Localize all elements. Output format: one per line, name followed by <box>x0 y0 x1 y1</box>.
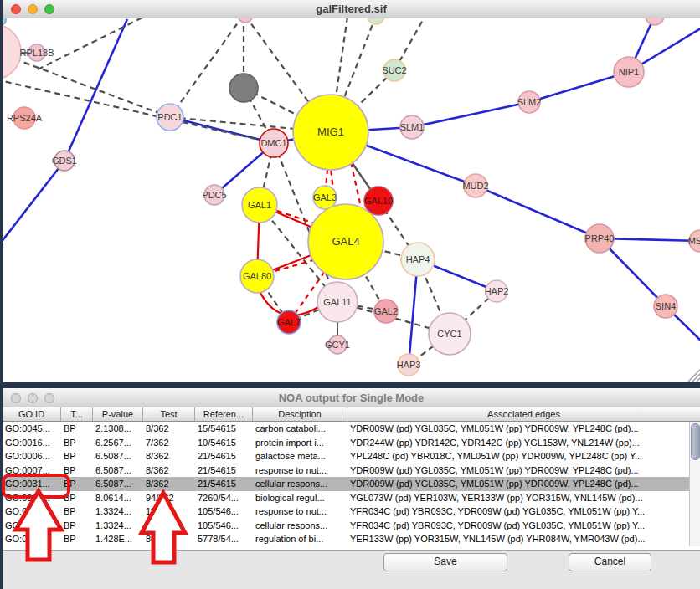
node-label-GAL11: GAL11 <box>323 297 351 307</box>
window-title: galFiltered.sif <box>3 3 700 15</box>
network-edge[interactable] <box>3 161 64 243</box>
cell-test: 8/362 <box>143 449 195 464</box>
table-row[interactable]: GO:0065...BP8.0614...94/3627260/54...bio… <box>3 491 689 505</box>
network-edge[interactable] <box>170 18 243 117</box>
network-edge[interactable] <box>476 186 600 238</box>
network-edge[interactable] <box>697 377 700 382</box>
cell-description: protein import i... <box>253 436 347 450</box>
network-node-tiny-topleft[interactable] <box>3 18 6 25</box>
node-label-SIN4: SIN4 <box>656 301 676 311</box>
vertical-scrollbar[interactable] <box>689 422 700 546</box>
cancel-button[interactable]: Cancel <box>569 553 651 571</box>
cell-test: 7/362 <box>143 436 195 450</box>
node-label-GAL2: GAL2 <box>374 306 398 316</box>
network-edge[interactable] <box>170 117 274 143</box>
table-row[interactable]: GO:0045...BP2.1308...8/36215/54615carbon… <box>3 422 689 436</box>
network-canvas[interactable]: RPL18BRPS24AGDS1PDC1DMC1MIG1SUC2SLM1SLM2… <box>3 18 700 382</box>
cell-p_value: 2.1308... <box>93 422 143 436</box>
column-header-t-[interactable]: T... <box>61 407 93 421</box>
cell-p_value: 1.3324... <box>93 519 143 533</box>
node-label-GAL1: GAL1 <box>248 200 271 210</box>
network-node-gray-node[interactable] <box>229 74 258 102</box>
table-row[interactable]: GO:0007...BP6.5087...8/36221/54615respon… <box>3 464 689 478</box>
cell-description: cellular respons... <box>253 477 347 491</box>
cell-edges: YFR034C (pd) YBR093C, YDR009W (pd) YGL03… <box>347 504 689 519</box>
table-row[interactable]: GO:0006...BP6.5087...8/36221/54615galact… <box>3 449 689 464</box>
column-header-p-value[interactable]: P-value <box>93 407 143 421</box>
cell-p_value: 6.2567... <box>93 436 143 450</box>
cell-reference: 7260/54... <box>195 491 253 505</box>
node-label-PDC1: PDC1 <box>157 112 182 122</box>
node-label-RPL18B: RPL18B <box>20 48 54 58</box>
cell-test: 8/362 <box>143 477 195 491</box>
cell-go_id: GO:0031... <box>3 504 61 519</box>
noa-output-window: NOA output for Single Mode GO IDT...P-va… <box>3 388 700 589</box>
network-edge[interactable] <box>600 238 700 241</box>
node-label-GAL4: GAL4 <box>332 235 359 248</box>
cell-edges: YDR009W (pd) YGL035C, YML051W (pp) YDR00… <box>347 464 689 478</box>
cell-type: BP <box>61 449 93 464</box>
cell-go_id: GO:0050... <box>3 532 61 546</box>
node-label-DMC1: DMC1 <box>260 138 286 148</box>
cell-p_value: 8.0614... <box>93 491 143 505</box>
network-node-top-pink-mid[interactable] <box>238 18 253 23</box>
network-node-top-pink-right[interactable] <box>646 18 664 25</box>
node-label-MSL1: MSL1 <box>688 236 700 246</box>
node-label-SUC2: SUC2 <box>382 65 406 75</box>
column-header-associated-edges[interactable]: Associated edges <box>347 407 700 421</box>
cell-test: 8/362 <box>143 422 195 436</box>
network-edge[interactable] <box>38 18 142 69</box>
column-header-test[interactable]: Test <box>143 407 195 421</box>
network-window: galFiltered.sif RPL18BRPS24AGDS1PDC1DMC1… <box>3 0 700 382</box>
column-header-go-id[interactable]: GO ID <box>3 407 61 421</box>
node-label-GCY1: GCY1 <box>325 340 350 350</box>
cell-reference: 10/54615 <box>195 436 253 450</box>
node-label-SLM2: SLM2 <box>517 97 542 107</box>
cell-edges: YFR034C (pd) YBR093C, YDR009W (pd) YGL03… <box>347 519 689 533</box>
node-label-GAL7: GAL7 <box>277 317 301 327</box>
node-label-GAL10: GAL10 <box>364 196 393 206</box>
cell-description: galactose meta... <box>253 449 347 464</box>
annotation-highlight-box <box>2 474 70 499</box>
cell-type: BP <box>61 422 93 436</box>
screen: { "network_window": { "title": "galFilte… <box>0 0 700 589</box>
network-window-titlebar[interactable]: galFiltered.sif <box>3 0 700 19</box>
cell-description: response to nut... <box>253 504 347 519</box>
cell-go_id: GO:0016... <box>3 436 61 450</box>
table-row[interactable]: GO:0031...BP6.5087...8/36221/54615cellul… <box>3 477 689 491</box>
table-row[interactable]: GO:0031...BP1.3324...11/362105/546...cel… <box>3 519 689 533</box>
cell-test: 8/362 <box>143 464 195 478</box>
node-label-CYC1: CYC1 <box>437 329 461 339</box>
cell-type: BP <box>61 519 93 533</box>
column-header-desciption[interactable]: Desciption <box>253 407 347 421</box>
table-row[interactable]: GO:0031...BP1.3324...11/362105/546...res… <box>3 504 689 519</box>
noa-window-titlebar[interactable]: NOA output for Single Mode <box>3 388 700 408</box>
cell-edges: YDR009W (pd) YGL035C, YML051W (pp) YDR00… <box>347 477 689 491</box>
node-label-NIP1: NIP1 <box>619 67 639 77</box>
cell-edges: YER133W (pp) YOR315W, YNL145W (pd) YHR08… <box>347 532 689 546</box>
cell-description: biological regul... <box>253 491 347 505</box>
table-row[interactable]: GO:0016...BP6.2567...7/36210/54615protei… <box>3 436 689 450</box>
column-header-referen-[interactable]: Referen... <box>195 407 253 421</box>
cell-go_id: GO:0031... <box>3 519 61 533</box>
button-bar: Save Cancel <box>3 550 700 589</box>
cell-p_value: 6.5087... <box>93 477 143 491</box>
cell-reference: 21/54615 <box>195 477 253 491</box>
network-edge[interactable] <box>412 102 529 127</box>
cell-go_id: GO:0045... <box>3 422 61 436</box>
network-node-big-left[interactable] <box>3 24 21 79</box>
cell-reference: 105/546... <box>195 504 253 519</box>
table-body: GO:0045...BP2.1308...8/36215/54615carbon… <box>3 422 689 546</box>
cell-edges: YPL248C (pd) YBR018C, YML051W (pp) YDR00… <box>347 449 689 464</box>
save-button[interactable]: Save <box>383 553 507 571</box>
table-row[interactable]: GO:0050...BP1.428E...80/3625778/54...reg… <box>3 532 689 546</box>
cell-test: 94/362 <box>143 491 195 505</box>
cell-type: BP <box>61 436 93 450</box>
cell-description: cellular respons... <box>253 519 347 533</box>
cell-p_value: 1.428E... <box>93 532 143 546</box>
network-node-top-green[interactable] <box>368 18 384 24</box>
cell-test: 80/362 <box>143 532 195 546</box>
scrollbar-thumb[interactable] <box>691 423 700 460</box>
cell-go_id: GO:0006... <box>3 449 61 464</box>
node-label-HAP2: HAP2 <box>485 286 509 296</box>
